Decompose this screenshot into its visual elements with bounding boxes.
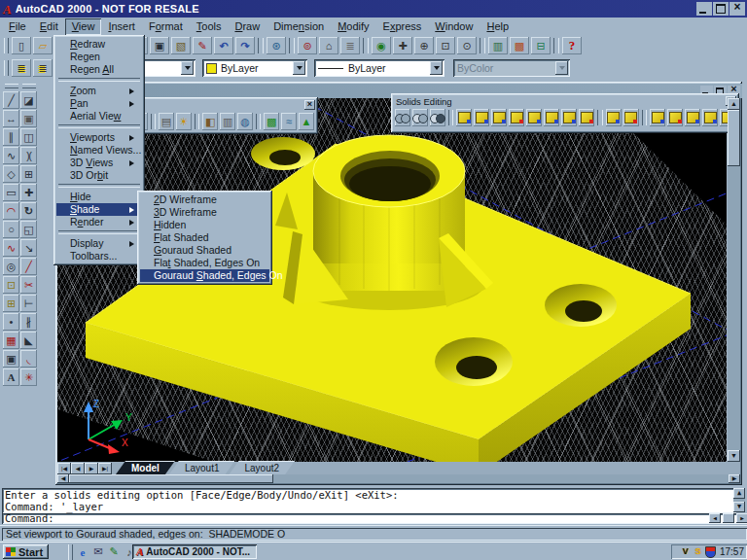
zoom-window-button[interactable] <box>436 37 455 54</box>
command-scrollbar[interactable]: ▲ ▼ <box>733 488 745 512</box>
array-button[interactable] <box>20 165 37 183</box>
scroll-right-icon[interactable]: ▶ <box>729 474 740 483</box>
tab-layout1[interactable]: Layout1 <box>169 461 235 474</box>
designcenter-button[interactable] <box>510 37 529 54</box>
make-block-button[interactable] <box>3 295 19 312</box>
delete-faces-button[interactable] <box>509 109 524 126</box>
break-button[interactable] <box>20 313 37 331</box>
color-faces-button[interactable] <box>579 109 594 126</box>
background-button[interactable] <box>264 113 279 130</box>
toolbar-grip[interactable] <box>5 84 18 88</box>
copy-faces-button[interactable] <box>561 109 577 126</box>
extend-button[interactable] <box>20 295 37 312</box>
offset-faces-button[interactable] <box>491 109 507 126</box>
scrollbar-thumb[interactable] <box>728 110 740 166</box>
close-icon[interactable]: × <box>304 100 315 110</box>
scroll-up-icon[interactable]: ▲ <box>733 488 745 499</box>
antivirus-shield-icon[interactable] <box>705 546 716 558</box>
distance-button[interactable] <box>340 37 360 54</box>
menu-draw[interactable]: Draw <box>228 18 267 35</box>
taskbar-clock[interactable]: 17:57 <box>720 546 744 557</box>
start-button[interactable]: Start <box>3 544 49 559</box>
menu-item-3d-wireframe[interactable]: 3D Wireframe <box>140 206 269 219</box>
menu-item-gouraud-shaded-edges-on[interactable]: Gouraud Shaded, Edges On <box>140 269 269 282</box>
menu-express[interactable]: Express <box>376 18 429 35</box>
zoom-previous-button[interactable] <box>457 37 477 54</box>
solids-editing-titlebar[interactable]: Solids Editing × <box>391 93 739 107</box>
scroll-up-icon[interactable]: ▲ <box>728 98 740 110</box>
dropdown-arrow-icon[interactable] <box>181 61 194 75</box>
command-input[interactable]: Command: ◀ ▶ <box>2 513 747 524</box>
redo-button[interactable] <box>235 37 255 54</box>
move-button[interactable] <box>20 184 37 201</box>
menu-item-hide[interactable]: Hide <box>56 191 142 203</box>
menu-item-redraw[interactable]: Redraw <box>56 38 142 51</box>
tab-last-button[interactable]: ▶| <box>98 463 112 474</box>
scenes-button[interactable] <box>159 113 174 130</box>
3d-orbit-button[interactable] <box>372 37 391 54</box>
intersect-button[interactable] <box>430 109 445 126</box>
paste-button[interactable] <box>171 37 191 54</box>
line-button[interactable] <box>3 91 19 109</box>
offset-button[interactable] <box>20 147 37 164</box>
materials-button[interactable] <box>202 113 218 130</box>
construction-line-button[interactable] <box>3 110 19 127</box>
close-button[interactable] <box>729 2 745 16</box>
scrollbar-thumb[interactable] <box>723 513 734 523</box>
polygon-button[interactable] <box>3 165 19 183</box>
new-button[interactable] <box>12 37 31 54</box>
menu-item-3d-orbit[interactable]: 3D Orbit <box>56 169 142 182</box>
object-snap-button[interactable] <box>298 37 317 54</box>
pan-realtime-button[interactable] <box>393 37 412 54</box>
tab-prev-button[interactable]: ◀ <box>71 463 85 474</box>
match-properties-button[interactable] <box>193 37 212 54</box>
scroll-left-icon[interactable]: ◀ <box>709 513 721 523</box>
rotate-faces-button[interactable] <box>526 109 542 126</box>
imprint-button[interactable] <box>650 109 665 126</box>
insert-block-button[interactable] <box>3 276 19 294</box>
outlook-icon[interactable]: ✉ <box>90 544 106 559</box>
menu-dimension[interactable]: Dimension <box>267 18 331 35</box>
scroll-down-icon[interactable]: ▼ <box>728 450 740 462</box>
rotate-button[interactable] <box>20 202 37 220</box>
dropdown-arrow-icon[interactable] <box>293 61 305 75</box>
help-button[interactable] <box>562 37 582 54</box>
lights-button[interactable] <box>176 113 192 130</box>
erase-button[interactable] <box>20 91 37 109</box>
tab-first-button[interactable]: |◀ <box>57 463 71 474</box>
arc-button[interactable] <box>3 202 19 220</box>
spline-button[interactable] <box>3 239 19 257</box>
move-faces-button[interactable] <box>474 109 489 126</box>
menu-insert[interactable]: Insert <box>101 18 142 35</box>
polyline-button[interactable] <box>3 147 19 164</box>
menu-item-2d-wireframe[interactable]: 2D Wireframe <box>140 193 269 206</box>
linetype-dropdown[interactable]: ByLayer <box>314 59 445 77</box>
landscape-new-button[interactable] <box>299 113 314 130</box>
rectangle-button[interactable] <box>3 184 19 201</box>
menu-item-aerial-view[interactable]: Aerial View <box>56 110 142 122</box>
stretch-button[interactable] <box>20 239 37 257</box>
open-button[interactable] <box>33 37 53 54</box>
menu-edit[interactable]: Edit <box>33 18 65 35</box>
editor-icon[interactable]: ✎ <box>106 544 122 559</box>
menu-item-3d-views[interactable]: 3D Views <box>56 157 142 169</box>
internet-explorer-icon[interactable]: e <box>75 544 90 559</box>
toolbar-grip[interactable] <box>4 60 9 76</box>
union-button[interactable] <box>395 109 410 126</box>
copy-edges-button[interactable] <box>606 109 622 126</box>
menu-item-pan[interactable]: Pan <box>56 97 142 110</box>
menu-item-render[interactable]: Render <box>56 216 142 228</box>
tray-s-icon[interactable]: S <box>693 546 703 557</box>
copy-button[interactable] <box>150 37 169 54</box>
layers-button[interactable] <box>33 59 53 77</box>
menu-window[interactable]: Window <box>428 18 480 35</box>
vertical-scrollbar[interactable]: ▲ ▼ <box>728 98 740 462</box>
extrude-faces-button[interactable] <box>456 109 472 126</box>
named-ucs-button[interactable] <box>319 37 338 54</box>
menu-item-zoom[interactable]: Zoom <box>56 85 142 97</box>
menu-item-flat-shaded[interactable]: Flat Shaded <box>140 231 269 244</box>
menu-item-toolbars[interactable]: Toolbars... <box>56 250 142 262</box>
zoom-realtime-button[interactable] <box>414 37 434 54</box>
color-edges-button[interactable] <box>623 109 639 126</box>
fog-button[interactable] <box>281 113 297 130</box>
